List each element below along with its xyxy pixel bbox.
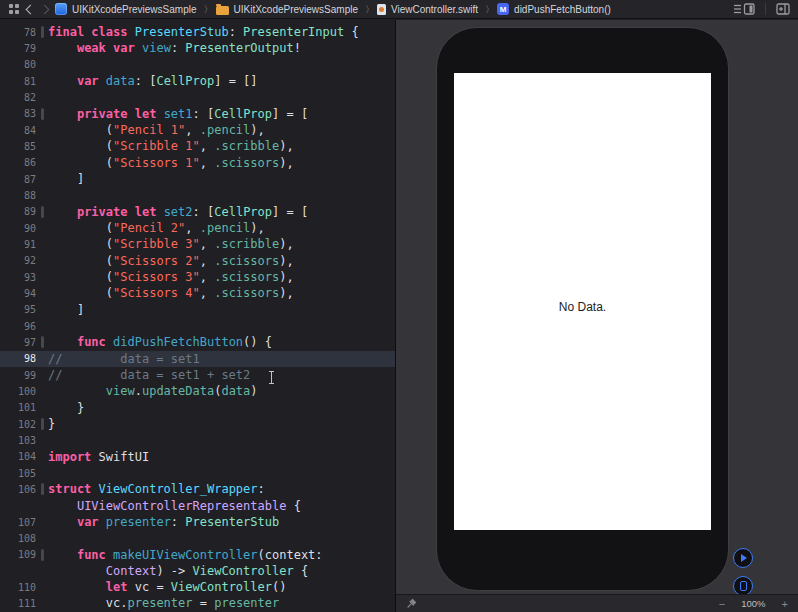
code-line[interactable]: 105 [0, 465, 395, 481]
code-line[interactable]: 101 } [0, 400, 395, 416]
code-line[interactable]: 106struct ViewController_Wrapper: [0, 481, 395, 497]
breadcrumb-file[interactable]: ViewController.swift [377, 4, 478, 15]
code-line[interactable]: 84 ("Pencil 1", .pencil), [0, 122, 395, 138]
line-number[interactable]: 89 [0, 206, 39, 217]
zoom-level[interactable]: 100% [741, 598, 765, 609]
code-line[interactable]: 100 view.updateData(data) [0, 383, 395, 399]
line-number[interactable]: 81 [0, 76, 39, 87]
code-text: ("Scissors 1", .scissors), [48, 155, 294, 171]
code-text: ("Scissors 3", .scissors), [48, 269, 294, 285]
source-editor[interactable]: 78final class PresenterStub: PresenterIn… [0, 20, 395, 612]
code-line[interactable]: 103 [0, 432, 395, 448]
line-number[interactable]: 88 [0, 190, 39, 201]
fold-ribbon [39, 106, 48, 122]
line-number[interactable]: 98 [0, 353, 39, 364]
line-number[interactable]: 96 [0, 321, 39, 332]
code-line[interactable]: 91 ("Scribble 3", .scribble), [0, 236, 395, 252]
fold-ribbon [39, 24, 48, 40]
code-line[interactable]: 78final class PresenterStub: PresenterIn… [0, 24, 395, 40]
pin-icon[interactable] [406, 595, 418, 612]
code-line[interactable]: 95 ] [0, 302, 395, 318]
breadcrumb-project[interactable]: UIKitXcodePreviewsSample [55, 3, 197, 15]
line-number[interactable]: 105 [0, 468, 39, 479]
code-line[interactable]: 93 ("Scissors 3", .scissors), [0, 269, 395, 285]
code-line[interactable]: 85 ("Scribble 1", .scribble), [0, 138, 395, 154]
code-text: // data = set1 [48, 351, 200, 367]
line-number[interactable]: 94 [0, 288, 39, 299]
code-line[interactable]: 107 var presenter: PresenterStub [0, 514, 395, 530]
line-number[interactable]: 86 [0, 157, 39, 168]
code-line[interactable]: 110 let vc = ViewController() [0, 579, 395, 595]
line-number[interactable]: 95 [0, 304, 39, 315]
line-number[interactable]: 102 [0, 419, 39, 430]
swift-file-icon [377, 4, 386, 15]
toolbar-divider [765, 3, 766, 15]
code-line[interactable]: 99// data = set1 + set2 [0, 367, 395, 383]
line-number[interactable]: 80 [0, 59, 39, 70]
code-line[interactable]: 87 ] [0, 171, 395, 187]
line-number[interactable]: 106 [0, 484, 39, 495]
line-number[interactable]: 92 [0, 255, 39, 266]
code-line[interactable]: 80 [0, 57, 395, 73]
line-number[interactable]: 84 [0, 125, 39, 136]
line-number[interactable]: 100 [0, 386, 39, 397]
line-number[interactable]: 90 [0, 223, 39, 234]
code-line[interactable]: 83 private let set1: [CellProp] = [ [0, 106, 395, 122]
code-text: ] [48, 171, 84, 187]
code-line[interactable]: 104import SwiftUI [0, 449, 395, 465]
line-number[interactable]: 87 [0, 174, 39, 185]
device-screen[interactable]: No Data. [454, 73, 711, 530]
line-number[interactable]: 82 [0, 92, 39, 103]
code-line[interactable]: 96 [0, 318, 395, 334]
breadcrumb-group[interactable]: UIKitXcodePreviewsSample [216, 4, 359, 15]
code-line[interactable]: 109 func makeUIViewController(context: [0, 547, 395, 563]
code-line[interactable]: 97 func didPushFetchButton() { [0, 334, 395, 350]
code-line[interactable]: 82 [0, 89, 395, 105]
line-number[interactable]: 85 [0, 141, 39, 152]
jump-bar: UIKitXcodePreviewsSample 〉 UIKitXcodePre… [0, 0, 798, 19]
breadcrumb-symbol[interactable]: M didPushFetchButton() [497, 3, 611, 15]
line-number[interactable]: 111 [0, 598, 39, 609]
code-line[interactable]: 94 ("Scissors 4", .scissors), [0, 285, 395, 301]
line-number[interactable]: 107 [0, 517, 39, 528]
code-line[interactable]: 98// data = set1 [0, 351, 395, 367]
code-line[interactable]: 86 ("Scissors 1", .scissors), [0, 155, 395, 171]
zoom-out-button[interactable]: − [719, 598, 725, 610]
line-number[interactable]: 110 [0, 582, 39, 593]
preview-canvas: No Data. − 100% + [396, 20, 798, 612]
code-line[interactable]: 81 var data: [CellProp] = [] [0, 73, 395, 89]
line-number[interactable]: 108 [0, 533, 39, 544]
preview-on-device-button[interactable] [733, 576, 753, 596]
editor-options-icon[interactable] [733, 3, 755, 15]
code-line[interactable]: 111 vc.presenter = presenter [0, 595, 395, 611]
code-line[interactable]: 92 ("Scissors 2", .scissors), [0, 253, 395, 269]
back-button[interactable] [26, 4, 36, 14]
add-editor-icon[interactable] [776, 3, 790, 15]
line-number[interactable]: 103 [0, 435, 39, 446]
zoom-in-button[interactable]: + [782, 598, 788, 610]
live-preview-button[interactable] [733, 548, 753, 568]
code-line[interactable]: 90 ("Pencil 2", .pencil), [0, 220, 395, 236]
code-line[interactable]: 88 [0, 187, 395, 203]
line-number[interactable]: 97 [0, 337, 39, 348]
forward-button[interactable] [40, 4, 50, 14]
related-items-icon[interactable] [8, 3, 20, 15]
line-number[interactable]: 78 [0, 27, 39, 38]
fold-ribbon [39, 73, 48, 89]
line-number[interactable]: 99 [0, 370, 39, 381]
code-line[interactable]: 102} [0, 416, 395, 432]
line-number[interactable]: 104 [0, 451, 39, 462]
code-line[interactable]: 89 private let set2: [CellProp] = [ [0, 204, 395, 220]
fold-ribbon [39, 253, 48, 269]
code-text: ("Scribble 1", .scribble), [48, 138, 294, 154]
line-number[interactable]: 91 [0, 239, 39, 250]
line-number[interactable]: 79 [0, 43, 39, 54]
line-number[interactable]: 83 [0, 108, 39, 119]
line-number[interactable]: 93 [0, 272, 39, 283]
code-line[interactable]: UIViewControllerRepresentable { [0, 498, 395, 514]
line-number[interactable]: 109 [0, 549, 39, 560]
code-line[interactable]: 108 [0, 530, 395, 546]
line-number[interactable]: 101 [0, 402, 39, 413]
code-line[interactable]: 79 weak var view: PresenterOutput! [0, 40, 395, 56]
code-line[interactable]: Context) -> ViewController { [0, 563, 395, 579]
